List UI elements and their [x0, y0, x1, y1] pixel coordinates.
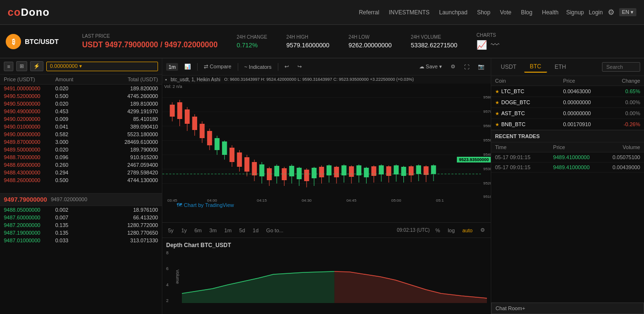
nav-health[interactable]: Health [542, 9, 559, 16]
line-chart-icon[interactable]: 📈 [476, 40, 487, 50]
chart-canvas: ▪ btc_usdt, 1, Heikin Ashi O: 9600.31643… [162, 76, 491, 222]
auto-btn[interactable]: auto [461, 227, 475, 234]
coin-list-item[interactable]: ★ BNB_BTC 0.00170910 -0.26% [491, 119, 644, 130]
fullscreen-btn[interactable]: ⛶ [462, 63, 472, 71]
nav-shop[interactable]: Shop [477, 9, 490, 16]
ob-bid-row[interactable]: 9488.050000000.00218.976100 [0, 206, 162, 214]
depth-chart-title: Depth Chart BTC_USDT [166, 242, 487, 249]
language-selector[interactable]: EN ▾ [619, 8, 636, 16]
nav-login[interactable]: Login [589, 9, 602, 16]
go-to-btn[interactable]: Go to... [264, 227, 285, 234]
indicators-btn[interactable]: ~ Indicators [242, 63, 274, 71]
ob-list-icon[interactable]: ≡ [4, 62, 13, 71]
star-icon[interactable]: ★ [495, 100, 499, 105]
tf-1m[interactable]: 1m [166, 63, 178, 71]
svg-rect-78 [401, 167, 406, 176]
chat-room-button[interactable]: Chat Room+ [491, 303, 644, 314]
ob-ask-row[interactable]: 9489.870000003.00028469.610000 [0, 138, 162, 146]
last-price-label: LAST PRICE [82, 33, 218, 39]
tab-btc[interactable]: BTC [524, 61, 547, 73]
ob-bid-row[interactable]: 9487.010000000.033313.071330 [0, 237, 162, 244]
logo[interactable]: coDono [8, 6, 50, 19]
charts-label: CHARTS [476, 32, 499, 38]
svg-text:9570: 9570 [483, 109, 491, 114]
coin-list-item[interactable]: ★ LTC_BTC 0.00463000 0.65% [491, 86, 644, 97]
chart-settings-btn[interactable]: ⚙ [478, 226, 487, 234]
ob-ask-row[interactable]: 9488.700000000.096910.915200 [0, 153, 162, 161]
low-label: 24H LOW [348, 34, 391, 40]
ob-ask-row[interactable]: 9489.500000000.020189.790000 [0, 146, 162, 153]
ob-price-input[interactable] [46, 62, 158, 71]
ob-bid-row[interactable]: 9487.200000000.1351280.772000 [0, 221, 162, 229]
ob-filter-icon[interactable]: ⚡ [30, 61, 43, 71]
redo-btn[interactable]: ↪ [295, 63, 304, 71]
ob-ask-row[interactable]: 9488.430000000.2942789.598420 [0, 169, 162, 176]
nav-right: Signup Login ⚙ EN ▾ [566, 8, 636, 17]
svg-rect-86 [431, 165, 436, 174]
tf-5y[interactable]: 5y [166, 227, 176, 234]
ob-ask-row[interactable]: 9488.690000000.2602467.059400 [0, 161, 162, 169]
nav-blog[interactable]: Blog [521, 9, 532, 16]
coin-search-input[interactable] [602, 62, 640, 72]
ob-ask-row[interactable]: 9488.260000000.5004744.130000 [0, 176, 162, 184]
recent-trade-row: 05-17 09:01:15 9489.41000000 0.00439000 [491, 162, 644, 173]
settings-icon[interactable]: ⚙ [608, 8, 614, 17]
save-btn[interactable]: ☁ Save ▾ [417, 63, 444, 71]
svg-text:9550: 9550 [483, 138, 491, 142]
candle-chart-icon[interactable]: 〰 [491, 40, 499, 50]
compare-btn[interactable]: ⇄ Compare [201, 63, 233, 71]
right-panel: USDT BTC ETH Coin Price Change ★ LTC_BTC… [491, 58, 644, 314]
svg-rect-70 [371, 166, 376, 176]
undo-btn[interactable]: ↩ [282, 63, 291, 71]
star-icon[interactable]: ★ [495, 122, 499, 127]
star-icon[interactable]: ★ [495, 111, 499, 116]
depth-chart: Depth Chart BTC_USDT 8 6 4 2 Volume [162, 238, 491, 314]
tf-1y[interactable]: 1y [179, 227, 189, 234]
ob-ask-row[interactable]: 9490.020000000.00985.410180 [0, 115, 162, 123]
ob-bid-row[interactable]: 9487.190000000.1351280.770650 [0, 229, 162, 237]
tf-1d[interactable]: 1d [251, 227, 260, 234]
ob-bid-row[interactable]: 9487.600000000.00766.413200 [0, 214, 162, 221]
ob-grid-icon[interactable]: ⊞ [16, 61, 27, 71]
ticker-pair[interactable]: ₿ BTC/USDT [6, 34, 63, 49]
tab-usdt[interactable]: USDT [495, 62, 522, 72]
nav-referral[interactable]: Referral [359, 9, 380, 16]
nav-vote[interactable]: Vote [500, 9, 511, 16]
svg-text:9510: 9510 [483, 195, 491, 199]
main-layout: ≡ ⊞ ⚡ Price (USDT) Amount Total (USDT) 9… [0, 58, 644, 314]
svg-rect-52 [304, 170, 309, 181]
svg-rect-60 [334, 167, 339, 177]
chart-type-icons[interactable]: 📈 〰 [476, 40, 499, 50]
coin-list-item[interactable]: ★ AST_BTC 0.00000000 0.00% [491, 108, 644, 119]
ob-ask-row[interactable]: 9490.520000000.5004745.260000 [0, 92, 162, 100]
chart-brand: 🗺 Chart by TradingView [177, 202, 234, 208]
tf-5d[interactable]: 5d [237, 227, 247, 234]
ob-ask-row[interactable]: 9490.010000000.041389.090410 [0, 123, 162, 130]
svg-text:9530: 9530 [483, 167, 491, 171]
svg-rect-56 [319, 167, 324, 177]
tf-3m[interactable]: 3m [208, 227, 219, 234]
tf-1m-bot[interactable]: 1m [222, 227, 233, 234]
log-btn[interactable]: log [446, 227, 457, 234]
camera-btn[interactable]: 📷 [475, 63, 487, 71]
coin-list-item[interactable]: ★ DOGE_BTC 0.00000000 0.00% [491, 97, 644, 108]
ob-ask-row[interactable]: 9490.000000000.5825523.180000 [0, 130, 162, 138]
settings-btn[interactable]: ⚙ [448, 63, 458, 71]
chart-type-btn[interactable]: 📊 [182, 63, 193, 71]
ob-ask-row[interactable]: 9490.490000000.4534299.191970 [0, 108, 162, 115]
nav-launchpad[interactable]: Launchpad [439, 9, 467, 16]
nav-investments[interactable]: INVESTMENTS [389, 9, 429, 16]
high-label: 24H HIGH [286, 34, 329, 40]
svg-marker-95 [182, 271, 334, 303]
depth-y-axis: 8 6 4 2 [166, 250, 175, 303]
svg-rect-76 [394, 165, 399, 174]
tab-eth[interactable]: ETH [549, 62, 572, 72]
pct-btn[interactable]: % [433, 227, 442, 234]
ob-ask-row[interactable]: 9491.000000000.020189.820000 [0, 85, 162, 92]
change-value: 0.712% [237, 42, 267, 49]
tf-6m[interactable]: 6m [192, 227, 203, 234]
svg-rect-82 [416, 165, 421, 174]
nav-signup[interactable]: Signup [566, 9, 584, 16]
star-icon[interactable]: ★ [495, 89, 499, 94]
ob-ask-row[interactable]: 9490.500000000.020189.810000 [0, 100, 162, 108]
